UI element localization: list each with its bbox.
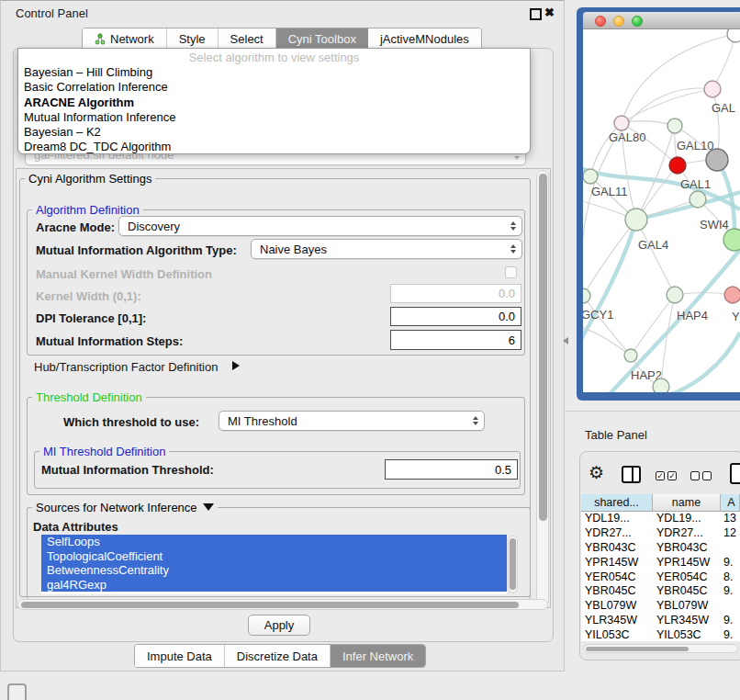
- network-edge: [664, 333, 740, 392]
- table-cell: YDL19...: [653, 512, 721, 526]
- table-row[interactable]: YDR27...YDR27...12: [581, 526, 740, 541]
- algorithm-popup-item[interactable]: Bayesian – K2: [18, 125, 530, 140]
- network-node[interactable]: [653, 378, 669, 392]
- combo-arrows-icon: [510, 244, 516, 254]
- table-row[interactable]: YLR345WYLR345W9.: [581, 614, 740, 628]
- table-row[interactable]: YBL079WYBL079W: [581, 599, 740, 614]
- tab-cyni-toolbox[interactable]: Cyni Toolbox: [276, 28, 368, 49]
- tab-network[interactable]: Network: [83, 28, 167, 49]
- network-node[interactable]: [727, 29, 740, 42]
- table-row[interactable]: YBR043CYBR043C: [581, 541, 740, 556]
- algorithm-popup-placeholder: Select algorithm to view settings: [18, 49, 530, 65]
- data-attribute-item[interactable]: gal4RGexp: [41, 578, 507, 593]
- network-node-label: GAL10: [677, 139, 713, 152]
- hub-expand-arrow-icon[interactable]: [232, 361, 240, 370]
- window-minimize-icon[interactable]: [613, 16, 624, 27]
- table-cell: YDR27...: [581, 526, 653, 541]
- mi-threshold-definition-title: MI Threshold Definition: [39, 445, 169, 458]
- mi-threshold-field[interactable]: 0.5: [385, 459, 518, 480]
- table-body: YDL19...YDL19...13YDR27...YDR27...12YBR0…: [581, 512, 740, 641]
- tab-select[interactable]: Select: [219, 28, 276, 49]
- table-cell: YBR045C: [653, 584, 721, 599]
- table-row[interactable]: YDL19...YDL19...13: [581, 512, 740, 526]
- table-row[interactable]: YPR145WYPR145W9.: [581, 556, 740, 570]
- algorithm-popup-item[interactable]: Basic Correlation Inference: [18, 80, 530, 95]
- network-node-label: GCY1: [583, 308, 613, 322]
- mi-threshold-label: Mutual Information Threshold:: [41, 463, 214, 477]
- hub-definition-label[interactable]: Hub/Transcription Factor Definition: [34, 360, 218, 374]
- network-node[interactable]: [724, 287, 740, 303]
- aracne-mode-combobox[interactable]: Discovery: [118, 216, 522, 236]
- table-row[interactable]: YER054CYER054C8.: [581, 570, 740, 585]
- which-threshold-combobox[interactable]: MI Threshold: [219, 411, 485, 431]
- window-zoom-icon[interactable]: [632, 16, 643, 27]
- data-attribute-item[interactable]: TopologicalCoefficient: [41, 549, 507, 564]
- attributes-scrollbar[interactable]: [508, 536, 518, 593]
- algorithm-popup-item[interactable]: Dream8 DC_TDC Algorithm: [18, 140, 530, 154]
- network-node[interactable]: [704, 81, 721, 97]
- unchecked-columns-icon[interactable]: [690, 471, 700, 480]
- algorithm-popup-items: Bayesian – Hill ClimbingBasic Correlatio…: [18, 65, 530, 154]
- tab-network-label: Network: [110, 32, 154, 46]
- table-row[interactable]: YIL053CYIL053C9.: [581, 628, 740, 641]
- network-edge: [583, 325, 631, 356]
- panel-divider: [566, 411, 740, 412]
- data-attribute-item[interactable]: SelfLoops: [41, 535, 507, 549]
- network-node[interactable]: [667, 119, 682, 133]
- unchecked-columns-icon[interactable]: [702, 471, 712, 480]
- tab-discretize-data[interactable]: Discretize Data: [225, 645, 331, 667]
- network-node-label: GAL11: [591, 185, 628, 198]
- network-edge: [636, 192, 740, 220]
- checked-columns-icon[interactable]: ✓: [656, 471, 665, 480]
- table-horizontal-scrollbar[interactable]: [583, 644, 738, 653]
- data-attribute-item[interactable]: BetweennessCentrality: [41, 563, 507, 578]
- network-node[interactable]: [624, 349, 637, 362]
- window-close-icon[interactable]: [595, 16, 606, 27]
- columns-icon[interactable]: [622, 466, 641, 483]
- network-node[interactable]: [690, 191, 706, 208]
- tab-jactivemnodules[interactable]: jActiveMNodules: [368, 28, 481, 49]
- network-node[interactable]: [625, 209, 647, 231]
- settings-horizontal-scrollbar[interactable]: [17, 599, 548, 610]
- float-icon[interactable]: [530, 8, 542, 20]
- algorithm-popup-item[interactable]: Mutual Information Inference: [18, 110, 530, 125]
- algorithm-popup-item[interactable]: ARACNE Algorithm: [18, 96, 530, 110]
- network-node[interactable]: [723, 229, 740, 251]
- kernel-width-field[interactable]: 0.0: [390, 284, 521, 303]
- apply-button[interactable]: Apply: [248, 615, 310, 636]
- gear-icon[interactable]: ⚙: [589, 463, 604, 483]
- kernel-width-label: Kernel Width (0,1):: [36, 289, 141, 303]
- settings-vertical-scrollbar[interactable]: [536, 170, 549, 607]
- mi-steps-field[interactable]: 6: [390, 330, 521, 350]
- checked-columns-icon[interactable]: ✓: [667, 471, 677, 480]
- mi-type-combobox[interactable]: Naive Bayes: [251, 239, 522, 259]
- minimized-panel-icon[interactable]: [7, 683, 27, 700]
- manual-kernel-checkbox[interactable]: [505, 266, 517, 278]
- sources-title[interactable]: Sources for Network Inference: [32, 501, 218, 514]
- network-canvas[interactable]: GALGAL80GAL10GAL1GAL11SWI4GAL4GCY1HAP4YH…: [583, 29, 740, 392]
- tab-style[interactable]: Style: [167, 28, 219, 49]
- tab-impute-data[interactable]: Impute Data: [135, 645, 225, 667]
- network-node[interactable]: [669, 157, 686, 174]
- network-edge: [622, 121, 675, 126]
- network-node[interactable]: [583, 169, 598, 184]
- network-node[interactable]: [583, 288, 590, 303]
- close-icon[interactable]: ✖: [544, 6, 555, 18]
- dpi-tolerance-field[interactable]: 0.0: [390, 307, 521, 326]
- tab-infer-network[interactable]: Infer Network: [331, 645, 425, 667]
- function-builder-icon[interactable]: [730, 463, 740, 484]
- network-node-label: HAP4: [677, 309, 708, 322]
- network-node[interactable]: [667, 287, 683, 303]
- network-node[interactable]: [706, 149, 728, 171]
- algorithm-popup-item[interactable]: Bayesian – Hill Climbing: [18, 65, 530, 80]
- table-row[interactable]: YBR045CYBR045C9.: [581, 584, 740, 599]
- column-header-name[interactable]: name: [653, 494, 721, 512]
- network-node-label: GAL: [712, 101, 735, 115]
- network-canvas-svg: GALGAL80GAL10GAL1GAL11SWI4GAL4GCY1HAP4YH…: [583, 29, 740, 392]
- column-header-partial[interactable]: A: [721, 494, 740, 512]
- column-header-shared-name[interactable]: shared...: [581, 494, 653, 512]
- network-window-titlebar[interactable]: [583, 12, 740, 29]
- network-icon: [95, 33, 106, 45]
- network-node[interactable]: [614, 116, 629, 130]
- divider-collapse-icon[interactable]: [563, 337, 568, 344]
